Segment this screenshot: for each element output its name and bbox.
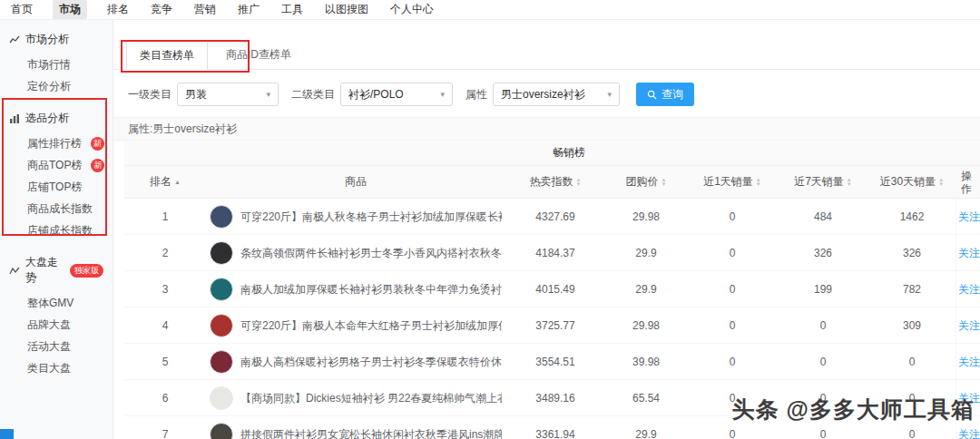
nav-ranking[interactable]: 排名 [105, 0, 131, 19]
sales-30d-cell: 782 [868, 283, 956, 296]
table-row: 4 可穿220斤】南极人本命年大红格子男士衬衫加绒加厚保暖长... 3725.7… [124, 307, 980, 344]
sidebar-item-label: 商品TOP榜 [27, 158, 82, 173]
sidebar-item-activity-market[interactable]: 活动大盘 [0, 336, 113, 357]
sort-ascending-icon: ▲ [174, 179, 181, 185]
nav-promotion[interactable]: 推广 [236, 0, 261, 19]
action-cell: 关注 [956, 199, 980, 235]
column-action: 操作 [956, 170, 980, 195]
nav-tools[interactable]: 工具 [279, 0, 305, 19]
hot-index-cell: 3725.77 [505, 319, 605, 332]
follow-link[interactable]: 关注 [958, 282, 980, 298]
product-thumbnail[interactable] [210, 350, 233, 374]
nav-personal-center[interactable]: 个人中心 [388, 0, 436, 19]
top-navigation: 首页 市场 排名 竞争 营销 推广 工具 以图搜图 个人中心 [0, 0, 980, 20]
product-thumbnail[interactable] [210, 205, 233, 229]
sidebar-item-shop-growth-index[interactable]: 店铺成长指数 [0, 220, 113, 241]
chevron-down-icon: ▾ [440, 90, 445, 99]
product-title[interactable]: 南极人高档保暖衬衫男格子男士衬衫冬季保暖衣特价休闲上衣... [240, 355, 502, 370]
column-label: 热卖指数 [530, 174, 573, 190]
sidebar-item-label: 市场行情 [27, 57, 71, 73]
sort-icon: ▲▼ [938, 178, 944, 187]
column-sales-30d[interactable]: 近30天销量 ▲▼ [868, 174, 956, 190]
sidebar-section-market-trend[interactable]: 大盘走势 独家版 [0, 249, 113, 292]
group-price-cell: 39.98 [605, 356, 687, 368]
search-button[interactable]: 查询 [636, 83, 694, 106]
nav-marketing[interactable]: 营销 [192, 0, 218, 19]
column-label: 操作 [961, 170, 975, 195]
column-sales-1d[interactable]: 近1天销量 ▲▼ [687, 174, 778, 190]
product-cell: 可穿220斤】南极人秋冬格子男士衬衫加绒加厚保暖长袖花衬... [206, 205, 505, 229]
level2-category-select[interactable]: 衬衫/POLO ▾ [340, 83, 453, 106]
product-title[interactable]: 【商场同款】Dickies短袖衬衫 男22春夏纯棉帅气潮上衣衬衫0... [240, 391, 502, 406]
level1-category-select[interactable]: 男装 ▾ [177, 83, 279, 106]
rank-cell: 1 [124, 210, 206, 223]
product-title[interactable]: 拼接假两件衬衫男女宽松长袖休闲衬衣秋季港风ins潮牌高领上衣 [240, 427, 502, 439]
product-thumbnail[interactable] [210, 386, 233, 410]
group-price-cell: 29.9 [605, 247, 687, 259]
level2-category-label: 二级类目 [291, 87, 335, 102]
sales-1d-cell: 0 [687, 319, 778, 332]
column-sales-7d[interactable]: 近7天销量 ▲▼ [778, 174, 868, 190]
sales-7d-cell: 0 [778, 319, 868, 332]
section-title-label: 选品分析 [25, 111, 69, 126]
nav-image-search[interactable]: 以图搜图 [323, 0, 370, 19]
sales-1d-cell: 0 [687, 210, 778, 223]
sidebar-item-label: 品牌大盘 [27, 317, 71, 333]
sidebar-item-attribute-ranking[interactable]: 属性排行榜 新 [0, 132, 113, 154]
product-title[interactable]: 南极人加绒加厚保暖长袖衬衫男装秋冬中年弹力免烫衬衣服休... [240, 282, 502, 298]
column-label: 排名 [150, 174, 172, 190]
tab-category-ranking[interactable]: 类目查榜单 [126, 40, 208, 70]
follow-link[interactable]: 关注 [958, 210, 980, 225]
product-thumbnail[interactable] [210, 241, 233, 265]
follow-link[interactable]: 关注 [958, 427, 980, 439]
nav-home[interactable]: 首页 [9, 0, 34, 19]
sidebar-item-product-growth-index[interactable]: 商品成长指数 [0, 198, 113, 220]
hot-index-cell: 4184.37 [505, 247, 605, 259]
product-thumbnail[interactable] [210, 314, 233, 337]
sales-1d-cell: 0 [687, 247, 778, 259]
sales-7d-cell: 0 [778, 356, 868, 368]
sidebar-section-market-analysis[interactable]: 市场分析 [0, 25, 113, 54]
column-hot-index[interactable]: 热卖指数 ▲▼ [505, 174, 605, 190]
hot-index-cell: 3489.16 [505, 392, 605, 405]
column-rank[interactable]: 排名 ▲ [124, 174, 206, 190]
sidebar-section-product-selection[interactable]: 选品分析 [0, 104, 113, 132]
sidebar-item-label: 商品成长指数 [27, 201, 93, 217]
attribute-select[interactable]: 男士oversize衬衫 ▾ [493, 83, 620, 106]
sort-icon: ▲▼ [847, 178, 852, 187]
column-label: 近1天销量 [703, 174, 753, 190]
section-title-label: 市场分析 [25, 32, 69, 47]
follow-link[interactable]: 关注 [958, 246, 980, 261]
sidebar-item-product-top[interactable]: 商品TOP榜 新 [0, 154, 113, 176]
sidebar-item-shop-top[interactable]: 店铺TOP榜 [0, 176, 113, 198]
rank-cell: 4 [124, 319, 206, 332]
table-row: 3 南极人加绒加厚保暖长袖衬衫男装秋冬中年弹力免烫衬衣服休... 4015.49… [124, 271, 980, 307]
nav-market[interactable]: 市场 [53, 0, 87, 19]
follow-link[interactable]: 关注 [958, 318, 980, 334]
action-cell: 关注 [956, 344, 980, 380]
product-cell: 【商场同款】Dickies短袖衬衫 男22春夏纯棉帅气潮上衣衬衫0... [206, 386, 505, 410]
corner-widget [0, 429, 14, 439]
sidebar-item-market-quotes[interactable]: 市场行情 [0, 54, 113, 75]
product-thumbnail[interactable] [210, 278, 233, 301]
bestseller-header-label: 畅销榜 [553, 145, 585, 161]
product-title[interactable]: 可穿220斤】南极人秋冬格子男士衬衫加绒加厚保暖长袖花衬... [240, 210, 502, 225]
group-price-cell: 29.98 [605, 210, 687, 223]
sidebar-item-pricing-analysis[interactable]: 定价分析 [0, 75, 113, 97]
sales-1d-cell: 0 [687, 356, 778, 368]
product-thumbnail[interactable] [210, 423, 233, 439]
product-title[interactable]: 可穿220斤】南极人本命年大红格子男士衬衫加绒加厚保暖长... [240, 318, 502, 334]
sidebar-item-overall-gmv[interactable]: 整体GMV [0, 292, 113, 314]
sidebar-item-label: 定价分析 [27, 79, 71, 94]
sidebar-item-brand-market[interactable]: 品牌大盘 [0, 314, 113, 336]
sidebar-item-category-market[interactable]: 类目大盘 [0, 357, 113, 379]
group-price-cell: 65.54 [605, 392, 687, 405]
sidebar-item-label: 属性排行榜 [27, 136, 82, 151]
tab-product-id-ranking[interactable]: 商品ID查榜单 [213, 40, 304, 69]
follow-link[interactable]: 关注 [958, 355, 980, 370]
column-group-price[interactable]: 团购价 ▲▼ [605, 174, 687, 190]
hot-index-cell: 4015.49 [505, 283, 605, 296]
nav-competition[interactable]: 竞争 [149, 0, 174, 19]
table-group-header: 畅销榜 [124, 141, 980, 166]
product-title[interactable]: 条纹高领假两件长袖衬衫男士冬季小香风内搭衬衣秋冬款高级... [240, 246, 502, 261]
